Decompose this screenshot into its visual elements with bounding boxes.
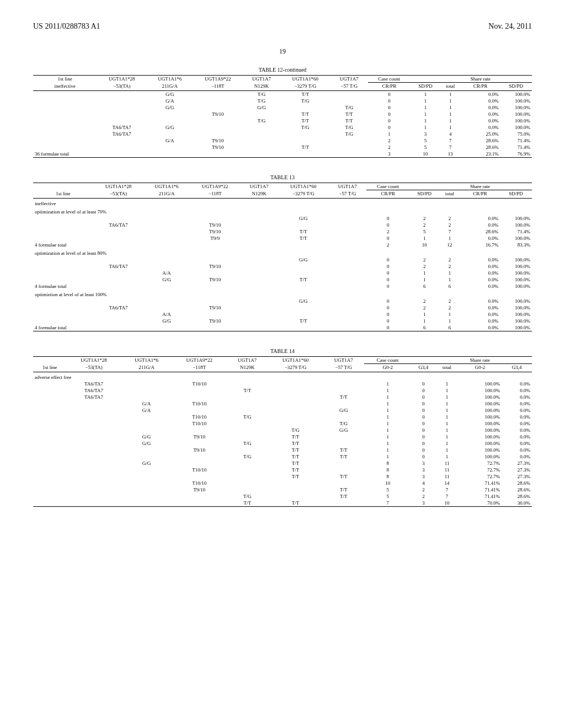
cell <box>241 215 278 222</box>
cell: T/G <box>243 98 280 104</box>
cell <box>143 283 190 290</box>
cell <box>329 263 366 270</box>
col-header: 211G/A <box>147 83 193 91</box>
cell: 0.0% <box>502 387 532 394</box>
cell <box>243 111 280 117</box>
cell: 8 <box>364 460 411 467</box>
cell <box>121 467 172 473</box>
table-row: TA6/TA7G/GT/GT/G0110.0%100.0% <box>33 124 532 131</box>
cell <box>268 407 323 414</box>
cell: 0.0% <box>460 311 500 318</box>
cell: 75.0% <box>500 131 532 137</box>
cell: 0 <box>411 400 435 407</box>
cell: 8 <box>364 473 411 480</box>
cell: 0 <box>368 117 411 124</box>
col-header: −53(TA) <box>66 364 121 372</box>
col-header <box>436 357 459 364</box>
cell <box>190 215 241 222</box>
section-label: optimiztion at level of at least 100% <box>33 290 532 298</box>
cell: 1 <box>436 447 459 453</box>
cell: 0 <box>411 387 435 394</box>
cell: 5 <box>411 144 440 151</box>
cell: 0.0% <box>460 283 500 290</box>
table-row: G/GT/GT/T0110.0%100.0% <box>33 91 532 98</box>
cell: T/G <box>268 427 323 433</box>
cell: T10/10 <box>172 420 227 427</box>
col-header <box>439 183 460 190</box>
cell: G/G <box>121 460 172 467</box>
cell <box>329 215 366 222</box>
cell <box>243 137 280 144</box>
cell <box>97 91 147 98</box>
cell <box>33 235 93 242</box>
cell: 1 <box>364 427 411 433</box>
cell <box>329 324 366 331</box>
cell <box>66 453 121 460</box>
col-header: SD/PD <box>500 190 532 199</box>
cell <box>33 447 66 453</box>
cell <box>143 235 190 242</box>
cell: 2 <box>439 304 460 311</box>
cell: G/G <box>278 298 329 304</box>
cell: G/G <box>143 276 190 283</box>
cell: 2 <box>409 304 439 311</box>
cell: 100.0% <box>459 420 502 427</box>
cell <box>121 420 172 427</box>
cell: 0 <box>366 276 409 283</box>
doc-id: US 2011/0288783 A1 <box>33 22 100 31</box>
cell: 1 <box>364 440 411 447</box>
cell: G/A <box>147 98 193 104</box>
cell <box>33 144 97 151</box>
table-row: 36 formulae total3101323.1%76.9% <box>33 151 532 158</box>
cell: 1 <box>439 235 460 242</box>
cell: 1 <box>411 98 440 104</box>
cell <box>33 394 66 400</box>
cell: T/G <box>280 98 331 104</box>
col-header <box>502 357 532 364</box>
cell <box>66 500 121 507</box>
cell: 28.6% <box>461 144 500 151</box>
cell <box>278 263 329 270</box>
cell <box>331 137 368 144</box>
cell <box>190 256 241 263</box>
cell: 0.0% <box>461 104 500 111</box>
cell: 1 <box>364 453 411 460</box>
cell: 25.0% <box>461 131 500 137</box>
cell <box>147 111 193 117</box>
page-number: 19 <box>33 47 532 56</box>
cell: 2 <box>439 298 460 304</box>
cell: 28.6% <box>461 137 500 144</box>
cell: T9/10 <box>172 447 227 453</box>
cell: 0.0% <box>502 447 532 453</box>
cell: 1 <box>364 407 411 414</box>
cell: 7 <box>439 228 460 235</box>
table13-title: TABLE 13 <box>33 174 532 180</box>
cell <box>33 453 66 460</box>
cell <box>33 276 93 283</box>
cell <box>241 270 278 276</box>
cell <box>227 486 268 493</box>
cell: T/T <box>268 453 323 460</box>
col-header: Case count <box>366 183 409 190</box>
cell: G/G <box>243 104 280 111</box>
cell: T9/10 <box>190 276 241 283</box>
cell <box>97 137 147 144</box>
cell: 4 <box>440 131 461 137</box>
cell: 100.0% <box>500 276 532 283</box>
cell <box>121 486 172 493</box>
cell: 2 <box>439 215 460 222</box>
cell: 2 <box>366 228 409 235</box>
table-row: TA6/TA7T/T101100.0%0.0% <box>33 394 532 400</box>
cell <box>243 144 280 151</box>
cell <box>66 493 121 500</box>
cell: 0 <box>411 394 435 400</box>
cell <box>193 124 243 131</box>
table-row: A/A0110.0%100.0% <box>33 311 532 318</box>
cell: T/T <box>278 318 329 324</box>
cell: 23.1% <box>461 151 500 158</box>
cell: 100.0% <box>500 215 532 222</box>
cell <box>33 480 66 486</box>
cell: 0.0% <box>502 433 532 440</box>
col-header: N129K <box>243 83 280 91</box>
cell: 1 <box>439 318 460 324</box>
